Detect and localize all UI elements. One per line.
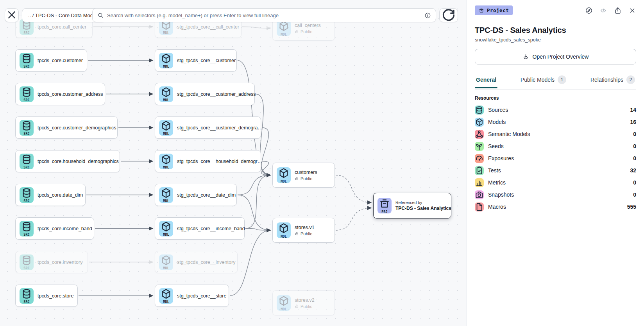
database-icon: SRC [20,221,34,236]
node-pub-stores-v2[interactable]: MDLstores.v2Public [272,290,335,315]
node-label: tpcds_core.customer_address [38,91,101,97]
node-label: call_centers [295,23,321,28]
resource-row-tests[interactable]: Tests32 [475,166,636,175]
node-visibility: Public [295,29,321,34]
view-code-button[interactable] [599,7,607,14]
resource-row-exposures[interactable]: Exposures0 [475,154,636,163]
node-label: stores.v2 [295,297,315,303]
node-pub-customers[interactable]: MDLcustomersPublic [272,163,335,188]
node-src-customer-address[interactable]: SRCtpcds_core.customer_address [15,83,105,105]
resource-count: 32 [630,167,636,174]
resource-row-macros[interactable]: Macros555 [475,202,636,211]
close-icon [5,8,18,23]
search-bar[interactable] [92,8,436,22]
close-lineage-button[interactable] [5,8,19,22]
tab-relationships[interactable]: Relationships2 [589,72,636,89]
resource-row-semantic-models[interactable]: Semantic Models0 [475,130,636,138]
resource-label: Sources [488,107,508,113]
node-label: TPC-DS - Sales Analytics [395,206,447,211]
project-type-badge: Project [475,5,513,15]
node-src-customer[interactable]: SRCtpcds_core.customer [15,49,87,72]
resources-header: Resources [475,95,636,101]
lock-open-icon [295,304,299,308]
node-mdl-customer[interactable]: MDLstg_tpcds_core__customer [155,49,237,72]
resource-count: 14 [630,107,636,113]
resource-row-sources[interactable]: Sources14 [475,106,636,114]
tab-general[interactable]: General [475,73,497,88]
resource-row-metrics[interactable]: Metrics0 [475,178,636,187]
node-mdl-customer-demographics[interactable]: MDLstg_tpcds_core__customer_demogra… [155,116,261,139]
lock-open-icon [295,231,299,236]
node-label: stg_tpcds_core__customer_demogra… [177,125,257,131]
cube-icon: MDL [159,154,173,169]
code-icon [599,7,607,14]
project-icon [479,8,484,13]
tab-label: Public Models [521,77,555,83]
database-icon: SRC [20,254,34,270]
info-icon[interactable] [424,12,431,19]
database-icon [475,106,484,115]
gauge-icon [475,154,484,163]
explore-lineage-button[interactable] [585,7,593,14]
refresh-button[interactable] [439,8,458,22]
node-src-income-band[interactable]: SRCtpcds_core.income_band [15,217,94,240]
node-label: tpcds_core.customer_demographics [38,125,113,131]
node-mdl-date-dim[interactable]: MDLstg_tpcds_core__date_dim [155,184,237,206]
cube-icon: MDL [277,222,291,238]
resource-row-models[interactable]: Models16 [475,118,636,126]
clipboard-icon [475,166,484,175]
resource-count: 555 [627,204,636,210]
node-src-store[interactable]: SRCtpcds_core.store [15,285,78,307]
share-button[interactable] [614,7,622,14]
panel-actions [585,7,636,14]
resource-count: 0 [633,143,636,149]
node-mdl-income-band[interactable]: MDLstg_tpcds_core__income_band [155,217,245,240]
refresh-icon [440,6,458,25]
node-pub-stores-v1[interactable]: MDLstores.v1Public [272,218,335,243]
node-src-customer-demographics[interactable]: SRCtpcds_core.customer_demographics [15,116,118,139]
node-label: stg_tpcds_core__store [177,293,225,299]
resource-count: 0 [633,155,636,161]
resource-label: Exposures [488,155,514,161]
node-kicker: Referenced by [395,200,447,205]
resource-label: Metrics [488,179,506,186]
node-src-inventory[interactable]: SRCtpcds_core.inventory [15,251,88,273]
lineage-canvas[interactable]: SRCtpcds_core.call_centerSRCtpcds_core.c… [0,0,467,326]
cube-icon: MDL [159,86,173,102]
resource-label: Semantic Models [488,131,530,137]
node-prj[interactable]: PRJReferenced byTPC-DS - Sales Analytics [373,193,451,219]
cube-icon [475,118,484,127]
seedling-icon [475,142,484,151]
database-icon: SRC [20,187,34,203]
tab-public-models[interactable]: Public Models1 [519,72,567,89]
resource-row-snapshots[interactable]: Snapshots0 [475,190,636,199]
node-label: tpcds_core.store [38,293,73,299]
resource-label: Snapshots [488,192,514,198]
resource-count: 0 [633,179,636,186]
cube-icon: MDL [159,53,173,68]
cube-icon: MDL [159,288,173,304]
cube-icon: MDL [277,295,291,311]
tab-label: General [476,77,496,83]
node-mdl-customer-address[interactable]: MDLstg_tpcds_core__customer_address [155,83,255,105]
node-label: tpcds_core.date_dim [38,192,81,198]
tab-count-badge: 2 [626,75,635,84]
node-mdl-household-demographics[interactable]: MDLstg_tpcds_core__household_demogr… [155,150,261,172]
node-src-date-dim[interactable]: SRCtpcds_core.date_dim [15,184,86,206]
lock-open-icon [295,29,299,34]
node-mdl-store[interactable]: MDLstg_tpcds_core__store [155,285,229,307]
camera-icon [475,190,484,199]
node-label: customers [295,170,317,175]
compass-icon [585,7,593,14]
node-mdl-inventory[interactable]: MDLstg_tpcds_core__inventory [155,251,238,273]
resource-count: 0 [633,192,636,198]
close-panel-button[interactable] [628,7,636,14]
open-project-overview-button[interactable]: Open Project Overview [475,49,636,64]
tab-count-badge: 1 [558,75,566,84]
resource-row-seeds[interactable]: Seeds0 [475,142,636,150]
cube-icon: MDL [159,221,173,236]
search-input[interactable] [107,13,421,18]
node-src-household-demographics[interactable]: SRCtpcds_core.household_demographics [15,150,120,172]
lock-open-icon [295,176,299,181]
resource-label: Seeds [488,143,504,149]
